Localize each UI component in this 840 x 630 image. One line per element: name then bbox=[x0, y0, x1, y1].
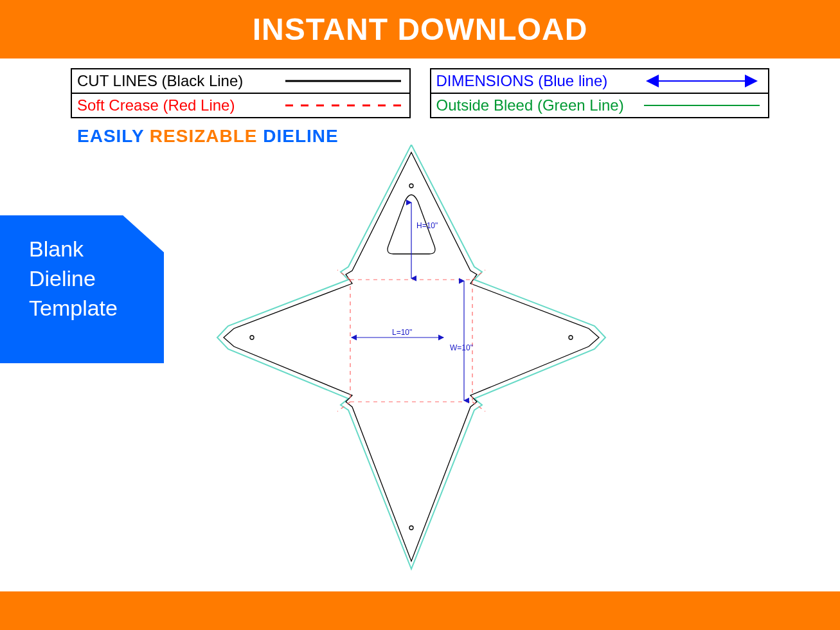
svg-point-4 bbox=[409, 184, 413, 188]
legend-cut-sample bbox=[282, 73, 404, 89]
svg-line-9 bbox=[337, 270, 350, 280]
legend-crease-label: Soft Crease (Red Line) bbox=[77, 96, 282, 114]
svg-point-7 bbox=[569, 336, 573, 339]
legend-bleed: Outside Bleed (Green Line) bbox=[431, 93, 769, 117]
legend-right: DIMENSIONS (Blue line) Outside Bleed (Gr… bbox=[430, 68, 770, 118]
legend: CUT LINES (Black Line) Soft Crease (Red … bbox=[71, 68, 769, 118]
legend-dims: DIMENSIONS (Blue line) bbox=[431, 69, 769, 93]
dimension-lines bbox=[352, 203, 464, 401]
tagline-word2: RESIZABLE bbox=[150, 126, 258, 146]
legend-left: CUT LINES (Black Line) Soft Crease (Red … bbox=[71, 68, 411, 118]
legend-cut: CUT LINES (Black Line) bbox=[72, 69, 409, 93]
banner-title: INSTANT DOWNLOAD bbox=[253, 12, 588, 46]
badge-line2: Dieline bbox=[29, 264, 118, 294]
crease-lines bbox=[337, 270, 485, 411]
dim-h-label: H=10" bbox=[416, 221, 438, 230]
tagline-word1: EASILY bbox=[77, 126, 144, 146]
legend-bleed-label: Outside Bleed (Green Line) bbox=[436, 96, 641, 114]
svg-line-10 bbox=[472, 270, 485, 280]
svg-rect-8 bbox=[350, 280, 472, 402]
svg-point-5 bbox=[409, 526, 413, 530]
legend-dims-sample bbox=[641, 73, 763, 89]
legend-cut-label: CUT LINES (Black Line) bbox=[77, 72, 282, 90]
badge-line3: Template bbox=[29, 294, 118, 323]
bottom-banner bbox=[0, 591, 840, 630]
legend-dims-label: DIMENSIONS (Blue line) bbox=[436, 72, 641, 90]
legend-crease: Soft Crease (Red Line) bbox=[72, 93, 409, 117]
dim-l-label: L=10" bbox=[392, 328, 412, 337]
dim-w-label: W=10" bbox=[450, 343, 473, 352]
svg-point-6 bbox=[250, 336, 254, 339]
dieline-diagram: H=10" L=10" W=10" bbox=[206, 145, 617, 584]
legend-crease-sample bbox=[282, 98, 404, 113]
legend-bleed-sample bbox=[641, 98, 763, 113]
top-banner: INSTANT DOWNLOAD bbox=[0, 0, 840, 59]
badge-line1: Blank bbox=[29, 235, 118, 264]
tagline: EASILY RESIZABLE DIELINE bbox=[77, 126, 840, 147]
tagline-word3: DIELINE bbox=[263, 126, 338, 146]
badge-text: Blank Dieline Template bbox=[29, 235, 118, 323]
